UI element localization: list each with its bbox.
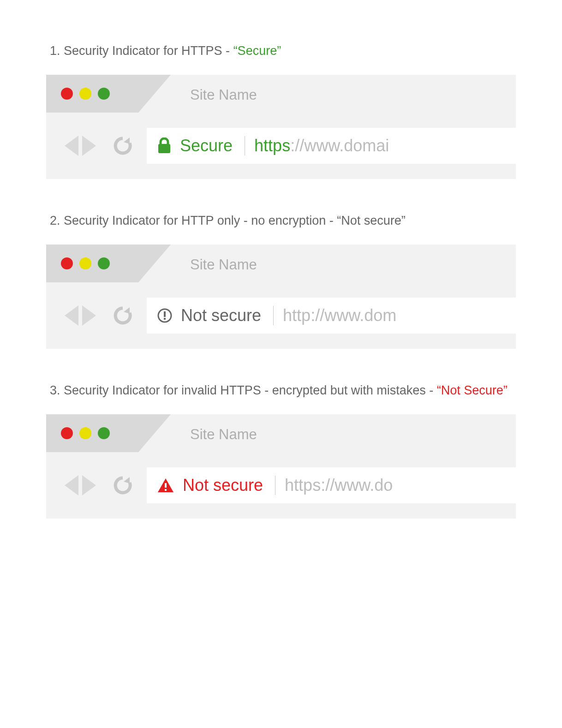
security-status-text: Secure (180, 136, 233, 155)
svg-rect-3 (164, 318, 166, 320)
svg-rect-5 (165, 489, 167, 491)
url-text: http://www.dom (283, 306, 396, 325)
title-bar: Site Name (46, 245, 516, 282)
title-bar: Site Name (46, 414, 516, 452)
svg-rect-4 (165, 483, 167, 488)
caption-2: 2. Security Indicator for HTTP only - no… (46, 211, 516, 231)
caption-text: 3. Security Indicator for invalid HTTPS … (50, 383, 437, 397)
url-text: https://www.domai (254, 136, 389, 155)
caption-1: 1. Security Indicator for HTTPS - “Secur… (46, 42, 516, 61)
security-status-text: Not secure (183, 476, 263, 495)
caption-text: 1. Security Indicator for HTTPS - (50, 44, 233, 58)
browser-mock-3: Site Name (46, 414, 516, 519)
svg-rect-2 (164, 311, 166, 317)
divider (275, 476, 275, 495)
caption-highlight: “Not Secure” (437, 383, 508, 397)
back-icon[interactable] (65, 475, 78, 495)
forward-icon[interactable] (82, 475, 96, 495)
refresh-icon[interactable] (113, 305, 133, 326)
minimize-dot-icon[interactable] (79, 427, 91, 439)
caption-highlight: “Secure” (233, 44, 281, 58)
forward-icon[interactable] (82, 305, 96, 326)
nav-arrows (65, 136, 96, 156)
back-icon[interactable] (65, 305, 78, 326)
minimize-dot-icon[interactable] (79, 257, 91, 269)
address-bar[interactable]: Not secure http://www.dom (147, 298, 516, 334)
caption-3: 3. Security Indicator for invalid HTTPS … (46, 381, 516, 400)
maximize-dot-icon[interactable] (98, 257, 110, 269)
close-dot-icon[interactable] (61, 427, 73, 439)
window-traffic-lights (61, 427, 110, 439)
section-invalid-https: 3. Security Indicator for invalid HTTPS … (46, 381, 516, 519)
back-icon[interactable] (65, 136, 78, 156)
divider (273, 306, 274, 325)
window-traffic-lights (61, 257, 110, 269)
lock-icon (157, 137, 172, 154)
nav-arrows (65, 305, 96, 326)
toolbar: Not secure http://www.dom (46, 282, 516, 349)
svg-rect-0 (158, 144, 170, 153)
tab-title: Site Name (190, 257, 257, 273)
close-dot-icon[interactable] (61, 88, 73, 100)
toolbar: Secure https://www.domai (46, 113, 516, 179)
maximize-dot-icon[interactable] (98, 88, 110, 100)
caption-text: 2. Security Indicator for HTTP only - no… (50, 214, 337, 227)
address-bar[interactable]: Not secure https://www.do (147, 467, 516, 503)
title-bar: Site Name (46, 75, 516, 113)
caption-highlight: “Not secure” (337, 214, 406, 227)
info-circle-icon (157, 308, 173, 323)
forward-icon[interactable] (82, 136, 96, 156)
close-dot-icon[interactable] (61, 257, 73, 269)
browser-tab[interactable]: Site Name (138, 245, 516, 282)
browser-mock-1: Site Name Secure (46, 75, 516, 179)
divider (245, 136, 245, 155)
browser-mock-2: Site Name (46, 245, 516, 349)
tab-title: Site Name (190, 426, 257, 443)
browser-tab[interactable]: Site Name (138, 75, 516, 113)
section-http-not-secure: 2. Security Indicator for HTTP only - no… (46, 211, 516, 349)
nav-arrows (65, 475, 96, 495)
minimize-dot-icon[interactable] (79, 88, 91, 100)
refresh-icon[interactable] (113, 136, 133, 156)
maximize-dot-icon[interactable] (98, 427, 110, 439)
refresh-icon[interactable] (113, 475, 133, 495)
toolbar: Not secure https://www.do (46, 452, 516, 519)
tab-title: Site Name (190, 87, 257, 103)
warning-triangle-icon (157, 477, 174, 493)
url-text: https://www.do (285, 476, 393, 495)
address-bar[interactable]: Secure https://www.domai (147, 128, 516, 164)
browser-tab[interactable]: Site Name (138, 414, 516, 452)
window-traffic-lights (61, 88, 110, 100)
security-status-text: Not secure (181, 306, 261, 325)
section-https-secure: 1. Security Indicator for HTTPS - “Secur… (46, 42, 516, 179)
